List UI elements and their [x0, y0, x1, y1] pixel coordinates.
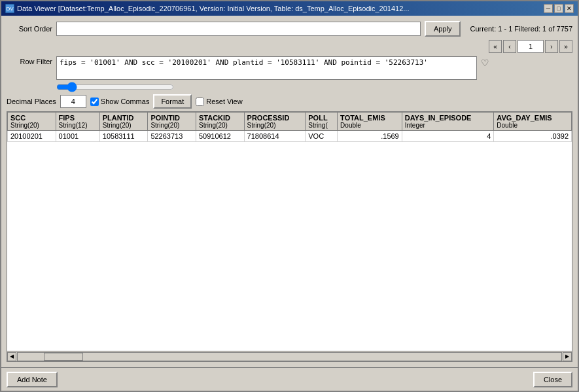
- close-button[interactable]: Close: [533, 372, 572, 387]
- table-header-row: SCC String(20) FIPS String(12) PLANTID S…: [8, 113, 572, 131]
- minimize-button[interactable]: ─: [544, 4, 553, 13]
- title-buttons: ─ □ ✕: [544, 4, 574, 13]
- cell-avg-day-emis: .0392: [494, 131, 572, 142]
- add-note-button[interactable]: Add Note: [7, 372, 58, 387]
- row-filter-row: Row Filter ♡: [7, 56, 572, 80]
- scroll-left-button[interactable]: ◀: [7, 352, 16, 361]
- apply-button[interactable]: Apply: [425, 21, 461, 37]
- scroll-thumb[interactable]: [44, 353, 83, 361]
- cell-days-in-episode: 4: [402, 131, 494, 142]
- sort-order-row: Sort Order Apply Current: 1 - 1 Filtered…: [7, 21, 572, 37]
- table-row: 20100201 01001 10583111 52263713 5091061…: [8, 131, 572, 142]
- cell-scc: 20100201: [8, 131, 56, 142]
- restore-button[interactable]: □: [554, 4, 563, 13]
- slider-row: [7, 82, 572, 92]
- heart-icon: ♡: [481, 58, 489, 68]
- row-filter-input[interactable]: [56, 56, 477, 80]
- data-table: SCC String(20) FIPS String(12) PLANTID S…: [7, 112, 572, 142]
- row-filter-label: Row Filter: [7, 56, 52, 65]
- col-header-days-in-episode: DAYS_IN_EPISODE Integer: [402, 113, 494, 131]
- app-icon: DV: [5, 4, 14, 13]
- cell-pointid: 52263713: [148, 131, 196, 142]
- title-bar-left: DV Data Viewer [Dataset:Temp_Alloc_Episo…: [5, 4, 544, 13]
- reset-view-checkbox[interactable]: [196, 98, 204, 106]
- cell-stackid: 50910612: [196, 131, 244, 142]
- cell-poll: VOC: [306, 131, 338, 142]
- sort-order-label: Sort Order: [7, 25, 52, 33]
- reset-view-label[interactable]: Reset View: [196, 98, 242, 106]
- col-header-scc: SCC String(20): [8, 113, 56, 131]
- col-header-total-emis: TOTAL_EMIS Double: [338, 113, 402, 131]
- col-header-poll: POLL String(: [306, 113, 338, 131]
- nav-controls: « ‹ › »: [489, 40, 572, 53]
- col-header-stackid: STACKID String(20): [196, 113, 244, 131]
- cell-total-emis: .1569: [338, 131, 402, 142]
- decimal-places-label: Decimal Places: [7, 98, 56, 105]
- nav-next-button[interactable]: ›: [545, 40, 558, 53]
- decimal-places-input[interactable]: [60, 95, 86, 108]
- sort-order-input[interactable]: [56, 22, 421, 36]
- show-commas-label[interactable]: Show Commas: [90, 98, 150, 106]
- top-section: Sort Order Apply Current: 1 - 1 Filtered…: [7, 21, 572, 109]
- cell-fips: 01001: [56, 131, 99, 142]
- cell-plantid: 10583111: [99, 131, 148, 142]
- window-title: Data Viewer [Dataset:Temp_Alloc_Episodic…: [17, 5, 409, 12]
- col-header-avg-day-emis: AVG_DAY_EMIS Double: [494, 113, 572, 131]
- slider-control[interactable]: [56, 82, 174, 92]
- nav-prev-button[interactable]: ‹: [503, 40, 516, 53]
- nav-first-button[interactable]: «: [489, 40, 502, 53]
- scroll-right-button[interactable]: ▶: [563, 352, 572, 361]
- nav-row: « ‹ › »: [7, 39, 572, 54]
- col-header-processid: PROCESSID String(20): [244, 113, 306, 131]
- bottom-bar: Add Note Close: [1, 367, 578, 391]
- col-header-plantid: PLANTID String(20): [99, 113, 148, 131]
- right-controls: Current: 1 - 1 Filtered: 1 of 7757: [465, 25, 572, 33]
- h-scrollbar-row: ◀ ▶: [7, 351, 572, 361]
- title-bar: DV Data Viewer [Dataset:Temp_Alloc_Episo…: [1, 1, 578, 16]
- col-header-pointid: POINTID String(20): [148, 113, 196, 131]
- close-window-button[interactable]: ✕: [565, 4, 574, 13]
- data-table-container: SCC String(20) FIPS String(12) PLANTID S…: [7, 111, 572, 362]
- main-window: DV Data Viewer [Dataset:Temp_Alloc_Episo…: [0, 0, 579, 392]
- content-area: Sort Order Apply Current: 1 - 1 Filtered…: [1, 16, 578, 367]
- nav-page-input[interactable]: [518, 40, 544, 53]
- nav-last-button[interactable]: »: [559, 40, 572, 53]
- show-commas-checkbox[interactable]: [90, 98, 99, 106]
- cell-processid: 71808614: [244, 131, 306, 142]
- format-button[interactable]: Format: [153, 94, 192, 109]
- current-info: Current: 1 - 1 Filtered: 1 of 7757: [470, 25, 572, 33]
- col-header-fips: FIPS String(12): [56, 113, 99, 131]
- decimal-row: Decimal Places Show Commas Format Reset …: [7, 94, 572, 109]
- h-scrollbar[interactable]: [17, 352, 562, 361]
